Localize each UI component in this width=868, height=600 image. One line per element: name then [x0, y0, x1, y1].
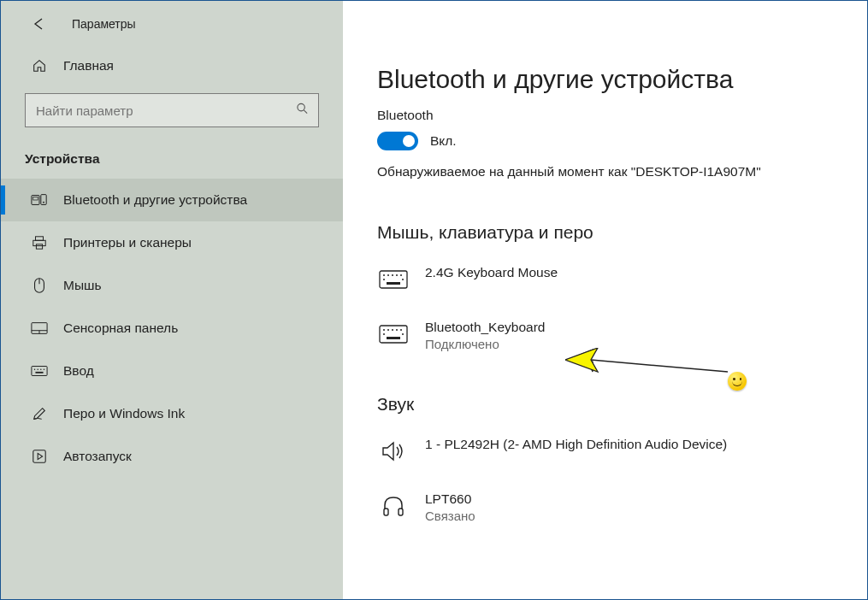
device-info: LPT660 Связано	[425, 491, 475, 523]
device-row[interactable]: Bluetooth_Keyboard Подключено	[377, 313, 833, 372]
device-row[interactable]: 2.4G Keyboard Mouse	[377, 258, 833, 313]
svg-point-15	[34, 368, 35, 369]
device-name: 2.4G Keyboard Mouse	[425, 265, 558, 280]
svg-rect-3	[33, 197, 38, 200]
keyboard-icon	[377, 321, 410, 347]
bluetooth-toggle-row: Вкл.	[377, 132, 833, 150]
sidebar-item-pen[interactable]: Перо и Windows Ink	[1, 392, 343, 435]
svg-point-22	[383, 274, 385, 276]
search-icon	[296, 103, 309, 119]
svg-point-17	[40, 368, 41, 369]
search-container	[25, 93, 319, 127]
svg-rect-29	[387, 282, 400, 285]
svg-rect-14	[32, 367, 47, 376]
pen-icon	[31, 405, 48, 422]
device-status: Подключено	[425, 337, 545, 351]
device-info: 2.4G Keyboard Mouse	[425, 265, 558, 280]
smiley-icon	[728, 372, 747, 391]
svg-rect-8	[36, 244, 42, 249]
bluetooth-devices-icon	[31, 191, 48, 209]
sidebar-item-label: Автозапуск	[63, 449, 132, 464]
bluetooth-label: Bluetooth	[377, 108, 833, 123]
svg-point-26	[400, 274, 402, 276]
svg-rect-40	[399, 509, 403, 515]
sidebar-section-label: Устройства	[1, 136, 343, 179]
search-input[interactable]	[25, 93, 319, 127]
svg-point-33	[392, 329, 393, 331]
sidebar-item-mouse[interactable]: Мышь	[1, 264, 343, 307]
sidebar-home[interactable]: Главная	[1, 47, 343, 85]
svg-point-16	[37, 368, 38, 369]
sidebar-item-bluetooth-devices[interactable]: Bluetooth и другие устройства	[1, 179, 343, 221]
speaker-icon	[377, 438, 410, 464]
page-title: Bluetooth и другие устройства	[377, 65, 833, 94]
svg-point-34	[396, 329, 398, 331]
svg-rect-39	[384, 509, 388, 515]
section-heading-audio: Звук	[377, 394, 833, 415]
bluetooth-toggle[interactable]	[377, 132, 418, 150]
discoverable-text: Обнаруживаемое на данный момент как "DES…	[377, 164, 833, 179]
svg-point-24	[392, 274, 393, 276]
toggle-state-label: Вкл.	[430, 133, 457, 149]
device-status: Связано	[425, 509, 475, 523]
device-info: Bluetooth_Keyboard Подключено	[425, 320, 545, 351]
main-content: Bluetooth и другие устройства Bluetooth …	[343, 1, 867, 599]
svg-point-35	[400, 329, 402, 331]
device-info: 1 - PL2492H (2- AMD High Definition Audi…	[425, 437, 727, 452]
svg-rect-20	[33, 450, 45, 462]
device-name: 1 - PL2492H (2- AMD High Definition Audi…	[425, 437, 727, 452]
keyboard-icon	[31, 362, 48, 379]
svg-point-32	[387, 329, 389, 331]
svg-rect-4	[41, 195, 46, 205]
svg-rect-7	[33, 240, 45, 245]
sidebar-item-autoplay[interactable]: Автозапуск	[1, 435, 343, 478]
svg-rect-6	[36, 237, 44, 241]
touchpad-icon	[31, 320, 48, 337]
sidebar-item-label: Сенсорная панель	[63, 321, 178, 336]
svg-point-31	[383, 329, 385, 331]
section-heading-input: Мышь, клавиатура и перо	[377, 222, 833, 243]
sidebar-item-label: Перо и Windows Ink	[63, 406, 185, 421]
settings-sidebar: Параметры Главная Устройства Bluetooth и…	[1, 1, 343, 599]
svg-point-28	[402, 279, 404, 280]
svg-point-18	[44, 368, 44, 369]
mouse-icon	[31, 277, 48, 294]
sidebar-item-label: Ввод	[63, 363, 94, 379]
back-button[interactable]	[31, 16, 46, 32]
sidebar-item-printers[interactable]: Принтеры и сканеры	[1, 221, 343, 264]
svg-point-23	[387, 274, 389, 276]
home-label: Главная	[63, 58, 114, 74]
headphones-icon	[377, 493, 410, 519]
svg-point-25	[396, 274, 398, 276]
svg-point-0	[298, 103, 304, 110]
svg-point-37	[402, 333, 404, 335]
header-row: Параметры	[1, 16, 343, 47]
sidebar-item-touchpad[interactable]: Сенсорная панель	[1, 307, 343, 350]
svg-line-1	[304, 110, 307, 114]
home-icon	[31, 57, 48, 74]
svg-point-36	[383, 333, 385, 335]
autoplay-icon	[31, 448, 48, 465]
svg-point-27	[383, 279, 385, 280]
header-title: Параметры	[72, 17, 136, 31]
keyboard-icon	[377, 267, 410, 292]
sidebar-item-label: Bluetooth и другие устройства	[63, 192, 247, 208]
sidebar-item-typing[interactable]: Ввод	[1, 350, 343, 392]
device-row[interactable]: 1 - PL2492H (2- AMD High Definition Audi…	[377, 430, 833, 485]
sidebar-item-label: Мышь	[63, 278, 102, 293]
sidebar-item-label: Принтеры и сканеры	[63, 235, 192, 250]
device-name: Bluetooth_Keyboard	[425, 320, 545, 335]
printer-icon	[31, 234, 48, 251]
device-row[interactable]: LPT660 Связано	[377, 485, 833, 544]
device-name: LPT660	[425, 491, 475, 507]
svg-rect-19	[35, 372, 43, 374]
svg-point-5	[43, 202, 44, 203]
svg-rect-38	[387, 337, 400, 339]
